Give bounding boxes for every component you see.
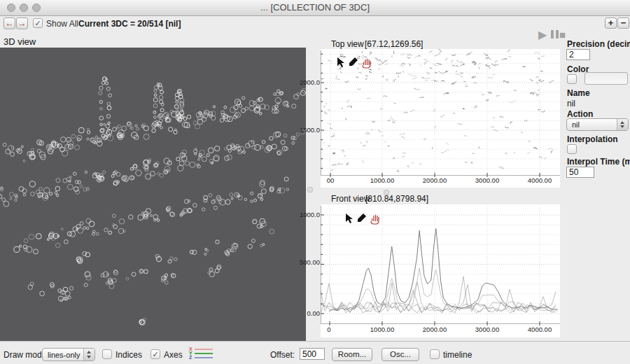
3d-viewport[interactable] [0,48,306,341]
nav-forward-button[interactable]: → [16,18,28,29]
front-view-y-tick-label: 0.00 [289,309,320,317]
axes-xyz-icon: X Y Z [189,347,217,361]
name-label: Name [567,88,590,98]
nav-back-button[interactable]: ← [4,18,15,29]
top-view-tools [336,57,372,69]
osc-button[interactable]: Osc... [382,348,419,361]
dropdown-stepper-icon[interactable] [83,349,94,360]
offset-label: Offset: [270,350,295,360]
front-view-x-tick-label: 1000.00 [361,326,403,333]
stop-icon[interactable]: ■ [559,29,566,41]
top-view-x-tick-label: 1000.00 [361,176,403,184]
current-3dc-status: Current 3DC = 20/514 [nil] [78,19,181,29]
top-view-plot[interactable] [321,49,560,188]
top-view-x-tick-label: 3000.00 [466,176,508,184]
3d-pointcloud [0,48,306,341]
front-view-y-tick-label: 500.00 [289,258,320,266]
offset-input[interactable] [300,348,325,360]
front-view-y-tick-label: 1000.0 [289,211,320,218]
title-bar[interactable]: ... [COLLECTION OF 3DC] [0,0,630,16]
hand-pan-icon[interactable] [369,213,380,225]
3d-view-label: 3D view [4,36,36,47]
precision-input[interactable] [566,49,590,60]
remove-button[interactable]: − [617,18,629,29]
pen-icon[interactable] [356,213,367,223]
color-checkbox[interactable] [567,74,577,84]
top-view-x-tick-label: 4000.00 [519,176,561,184]
add-button[interactable]: + [605,18,617,29]
interpol-time-input[interactable] [566,167,594,178]
top-view-title: Top view [331,39,364,49]
action-dropdown[interactable]: nil [572,120,580,129]
interpol-time-label: Interpol Time (ms) [567,157,630,167]
show-all-label: Show All [46,19,78,29]
application-window: ... [COLLECTION OF 3DC] ← → Show All Cur… [0,0,630,364]
front-view-title: Front view [331,194,370,204]
window-title: ... [COLLECTION OF 3DC] [0,2,630,13]
axes-checkbox[interactable] [150,349,160,359]
play-icon[interactable]: ▶ [538,28,547,41]
front-view-tools [344,213,380,225]
color-swatch-well[interactable] [584,72,628,85]
top-view-y-tick-label: 1500.0 [289,126,320,134]
dropdown-stepper-icon[interactable] [617,119,628,130]
interpolation-checkbox[interactable] [567,144,577,154]
front-view-x-tick-label: 2000.00 [414,326,456,333]
front-view-x-tick-label: 3000.00 [466,326,508,333]
cursor-icon[interactable] [336,57,346,68]
draw-mode-dropdown[interactable]: lines-only [48,351,80,359]
cursor-icon[interactable] [344,213,354,224]
top-view-y-tick-label: 2000.0 [289,78,320,86]
top-view-chart [321,49,560,188]
pen-icon[interactable] [348,57,358,67]
interpolation-label: Interpolation [567,134,618,144]
splitter-grip[interactable] [307,187,313,192]
show-all-checkbox[interactable] [33,18,43,28]
front-view-x-tick-label: 4000.00 [519,326,561,333]
name-value: nil [567,99,575,108]
precision-label: Precision (decimals) [567,39,630,49]
hand-pan-icon[interactable] [360,57,372,69]
top-view-x-tick-label: 2000.00 [414,176,456,184]
timeline-checkbox[interactable] [430,349,440,359]
top-view-coordinates: [67.12,1269.56] [365,39,423,49]
pause-icon[interactable] [551,30,559,38]
front-view-x-tick-label: 0 [308,326,350,333]
timeline-label: timeline [443,350,472,360]
indices-label: Indices [115,350,142,360]
bottom-toolbar: Draw mode: lines-only Indices Axes X Y Z… [0,341,630,364]
top-view-x-tick-label: 00 [309,176,351,184]
indices-checkbox[interactable] [102,349,112,359]
axes-label: Axes [164,350,183,360]
action-label: Action [567,109,593,119]
room-button[interactable]: Room... [332,348,372,361]
front-view-coordinates: [810.84,8798.94] [365,194,428,204]
